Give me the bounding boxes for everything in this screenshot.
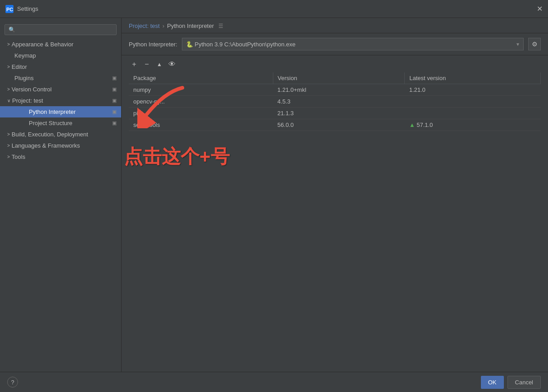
sidebar-item-keymap[interactable]: Keymap	[0, 50, 121, 61]
package-version-cell: 4.5.3	[273, 96, 405, 108]
interpreter-gear-button[interactable]: ⚙	[528, 38, 541, 50]
breadcrumb: Project: test › Python Interpreter ☰	[122, 18, 548, 33]
bottom-actions: OK Cancel	[481, 376, 541, 389]
expand-arrow-languages-frameworks: >	[7, 143, 10, 148]
sidebar-item-label-build-execution: Build, Execution, Deployment	[12, 131, 88, 138]
content-panel: Project: test › Python Interpreter ☰ Pyt…	[122, 18, 548, 372]
sidebar-item-icon-project-test: ▣	[112, 98, 117, 104]
table-header: Package Version Latest version	[129, 72, 541, 84]
table-row[interactable]: opencv-py... 4.5.3	[129, 96, 541, 108]
expand-arrow-appearance: >	[7, 42, 10, 47]
plus-icon: +	[132, 60, 136, 68]
bookmark-icon[interactable]: ☰	[218, 23, 223, 29]
window-title: Settings	[17, 5, 38, 12]
sidebar-item-label-tools: Tools	[12, 153, 25, 160]
eye-icon: 👁	[168, 60, 176, 68]
sidebar-item-label-keymap: Keymap	[14, 52, 36, 59]
expand-arrow-version-control: >	[7, 87, 10, 92]
expand-arrow-editor: >	[7, 64, 10, 69]
package-name-cell: setuptools	[129, 119, 273, 131]
sidebar-item-label-project-structure: Project Structure	[29, 120, 72, 126]
breadcrumb-parent[interactable]: Project: test	[129, 23, 160, 29]
breadcrumb-separator: ›	[163, 23, 164, 29]
package-latest-cell	[405, 108, 541, 119]
package-latest-cell	[405, 96, 541, 108]
ok-button[interactable]: OK	[481, 376, 504, 389]
close-button[interactable]: ✕	[537, 5, 543, 13]
sidebar-item-icon-plugins: ▣	[112, 75, 117, 81]
sidebar-item-python-interpreter[interactable]: Python Interpreter▣	[0, 106, 121, 117]
expand-arrow-build-execution: >	[7, 132, 10, 137]
sidebar-item-icon-project-structure: ▣	[112, 120, 117, 126]
package-latest-cell: ▲ 57.1.0	[405, 119, 541, 131]
package-version-cell: 56.0.0	[273, 119, 405, 131]
expand-arrow-tools: >	[7, 154, 10, 159]
package-name-cell: opencv-py...	[129, 96, 273, 108]
bottom-bar: ? OK Cancel	[0, 372, 548, 392]
sidebar-item-appearance[interactable]: >Appearance & Behavior	[0, 39, 121, 50]
package-latest-cell: 1.21.0	[405, 84, 541, 96]
sidebar-item-tools[interactable]: >Tools	[0, 151, 121, 162]
table-row[interactable]: numpy 1.21.0+mkl 1.21.0	[129, 84, 541, 96]
package-toolbar: + − ▲ 👁	[129, 59, 541, 70]
add-package-button[interactable]: +	[129, 59, 140, 70]
col-header-package: Package	[129, 72, 273, 84]
cancel-button[interactable]: Cancel	[507, 376, 541, 389]
interpreter-select-wrapper: 🐍 Python 3.9 C:\AboutPython\python.exe	[182, 38, 524, 50]
sidebar-item-label-project-test: Project: test	[12, 97, 43, 104]
package-section: + − ▲ 👁 Package Version Late	[122, 55, 548, 372]
sidebar-item-label-plugins: Plugins	[14, 75, 34, 81]
search-wrapper[interactable]	[0, 22, 121, 39]
package-version-cell: 21.1.3	[273, 108, 405, 119]
package-name-cell: numpy	[129, 84, 273, 96]
sidebar-item-languages-frameworks[interactable]: >Languages & Frameworks	[0, 140, 121, 151]
sidebar: >Appearance & BehaviorKeymap>EditorPlugi…	[0, 18, 122, 372]
sidebar-item-plugins[interactable]: Plugins▣	[0, 72, 121, 84]
interpreter-label: Python Interpreter:	[129, 41, 177, 48]
sidebar-item-label-appearance: Appearance & Behavior	[12, 41, 73, 48]
sidebar-item-editor[interactable]: >Editor	[0, 61, 121, 72]
sidebar-item-project-structure[interactable]: Project Structure▣	[0, 117, 121, 129]
svg-text:PC: PC	[6, 7, 13, 12]
gear-icon: ⚙	[532, 41, 538, 48]
title-bar: PC Settings ✕	[0, 0, 548, 18]
package-name-cell: pip	[129, 108, 273, 119]
remove-package-button[interactable]: −	[141, 59, 152, 70]
sidebar-items-container: >Appearance & BehaviorKeymap>EditorPlugi…	[0, 39, 121, 162]
sidebar-item-build-execution[interactable]: >Build, Execution, Deployment	[0, 129, 121, 140]
col-header-version: Version	[273, 72, 405, 84]
search-input[interactable]	[5, 24, 117, 35]
sidebar-item-label-languages-frameworks: Languages & Frameworks	[12, 142, 80, 149]
sidebar-item-icon-python-interpreter: ▣	[112, 109, 117, 115]
minus-icon: −	[145, 60, 149, 68]
help-icon: ?	[11, 379, 14, 386]
package-version-cell: 1.21.0+mkl	[273, 84, 405, 96]
upgrade-package-button[interactable]: ▲	[154, 59, 165, 70]
sidebar-item-version-control[interactable]: >Version Control▣	[0, 84, 121, 95]
expand-arrow-project-test: ∨	[7, 98, 10, 103]
sidebar-item-label-version-control: Version Control	[12, 86, 52, 93]
interpreter-row: Python Interpreter: 🐍 Python 3.9 C:\Abou…	[122, 33, 548, 55]
sidebar-item-icon-version-control: ▣	[112, 86, 117, 92]
interpreter-select[interactable]: 🐍 Python 3.9 C:\AboutPython\python.exe	[182, 38, 524, 50]
sidebar-item-label-editor: Editor	[12, 63, 27, 70]
up-icon: ▲	[157, 61, 162, 68]
sidebar-item-project-test[interactable]: ∨Project: test▣	[0, 95, 121, 106]
package-table: Package Version Latest version numpy 1.2…	[129, 72, 541, 131]
package-table-body: numpy 1.21.0+mkl 1.21.0 opencv-py... 4.5…	[129, 84, 541, 131]
help-button[interactable]: ?	[7, 377, 18, 387]
app-icon: PC	[5, 5, 14, 13]
breadcrumb-current: Python Interpreter	[167, 23, 214, 29]
main-layout: >Appearance & BehaviorKeymap>EditorPlugi…	[0, 18, 548, 372]
table-row[interactable]: pip 21.1.3	[129, 108, 541, 119]
table-row[interactable]: setuptools 56.0.0 ▲ 57.1.0	[129, 119, 541, 131]
view-options-button[interactable]: 👁	[167, 59, 177, 70]
titlebar-left: PC Settings	[5, 5, 38, 13]
col-header-latest: Latest version	[405, 72, 541, 84]
sidebar-item-label-python-interpreter: Python Interpreter	[29, 108, 76, 115]
